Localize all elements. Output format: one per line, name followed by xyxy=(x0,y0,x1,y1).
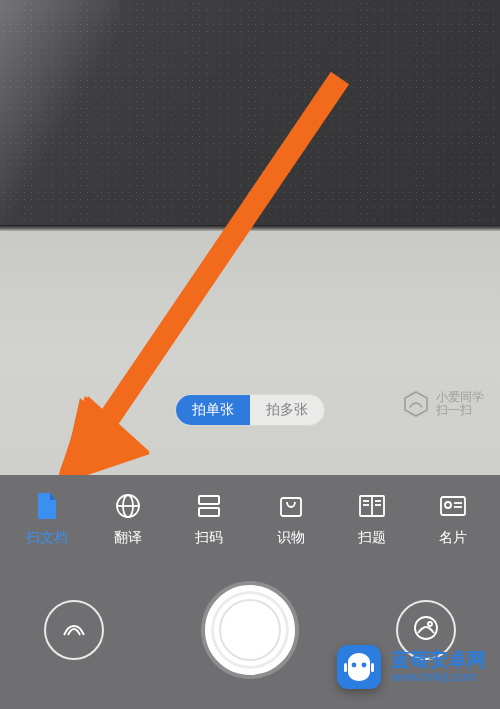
shot-multi-button[interactable]: 拍多张 xyxy=(250,395,324,425)
mode-tab-detect[interactable]: 识物 xyxy=(256,491,326,547)
mode-label-homework: 扫题 xyxy=(358,529,386,547)
ai-effect-icon xyxy=(59,613,89,647)
watermark-name: 蓝莓安卓网 xyxy=(391,649,486,671)
shot-single-button[interactable]: 拍单张 xyxy=(176,395,250,425)
svg-rect-26 xyxy=(344,663,347,672)
xiaoai-line2: 扫一扫 xyxy=(436,404,484,417)
svg-point-19 xyxy=(445,502,451,508)
bag-icon xyxy=(276,491,306,521)
svg-point-24 xyxy=(352,663,357,668)
mode-label-translate: 翻译 xyxy=(114,529,142,547)
mode-label-qrcode: 扫码 xyxy=(195,529,223,547)
mode-tab-translate[interactable]: 翻译 xyxy=(93,491,163,547)
shot-multi-label: 拍多张 xyxy=(266,401,308,419)
viewfinder-edge xyxy=(0,225,500,231)
xiaoai-icon xyxy=(402,390,430,418)
id-card-icon xyxy=(438,491,468,521)
svg-point-23 xyxy=(428,622,432,626)
document-icon xyxy=(32,491,62,521)
mode-tabs: 扫文档 翻译 扫码 xyxy=(0,479,500,557)
mode-tab-homework[interactable]: 扫题 xyxy=(337,491,407,547)
scan-icon xyxy=(194,491,224,521)
mode-tab-qrcode[interactable]: 扫码 xyxy=(174,491,244,547)
book-icon xyxy=(357,491,387,521)
camera-viewfinder: 拍单张 拍多张 小爱同学 扫一扫 xyxy=(0,0,500,475)
mode-label-detect: 识物 xyxy=(277,529,305,547)
globe-icon xyxy=(113,491,143,521)
site-watermark: 蓝莓安卓网 www.lmkjt.com xyxy=(325,637,500,697)
svg-marker-5 xyxy=(405,392,427,416)
svg-point-25 xyxy=(362,663,367,668)
svg-rect-9 xyxy=(199,496,219,504)
mode-tab-card[interactable]: 名片 xyxy=(418,491,488,547)
svg-point-22 xyxy=(415,617,437,639)
svg-rect-10 xyxy=(199,508,219,516)
shot-single-label: 拍单张 xyxy=(192,401,234,419)
shutter-button[interactable] xyxy=(205,585,295,675)
svg-rect-27 xyxy=(371,663,374,672)
mode-tab-document[interactable]: 扫文档 xyxy=(12,491,82,547)
xiaoai-scan-button[interactable]: 小爱同学 扫一扫 xyxy=(402,390,484,418)
viewfinder-light-surface xyxy=(0,228,500,475)
viewfinder-dark-surface xyxy=(0,0,500,228)
mode-label-card: 名片 xyxy=(439,529,467,547)
ai-effect-button[interactable] xyxy=(44,600,104,660)
watermark-url: www.lmkjt.com xyxy=(391,670,486,685)
watermark-logo-icon xyxy=(337,645,381,689)
mode-label-document: 扫文档 xyxy=(26,529,68,547)
shot-mode-toggle[interactable]: 拍单张 拍多张 xyxy=(175,394,325,426)
